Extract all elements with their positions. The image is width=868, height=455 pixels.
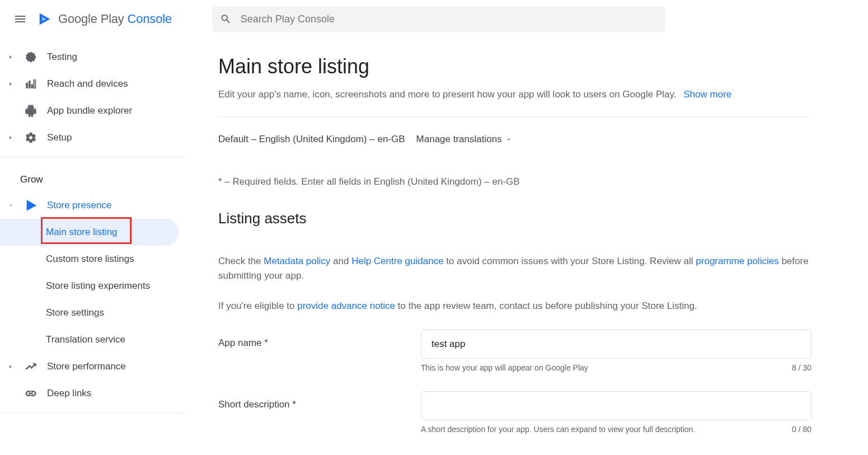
search-icon (220, 13, 232, 25)
target-icon (22, 51, 39, 63)
sidebar-label: Setup (47, 132, 72, 143)
sidebar-item-setup[interactable]: Setup (0, 124, 185, 151)
main-content: Main store listing Edit your app's name,… (185, 38, 834, 455)
section-title: Listing assets (218, 210, 811, 227)
menu-button[interactable] (7, 6, 34, 32)
app-name-helper: This is how your app will appear on Goog… (421, 363, 588, 372)
policy-paragraph: Check the Metadata policy and Help Centr… (218, 254, 811, 284)
svg-rect-4 (34, 80, 36, 88)
bars-icon (22, 78, 39, 90)
sidebar-sub-store-settings[interactable]: Store settings (0, 299, 185, 326)
sidebar-item-bundle[interactable]: App bundle explorer (0, 97, 185, 124)
svg-rect-3 (31, 85, 33, 88)
logo[interactable]: Google Play Console (37, 11, 172, 27)
help-centre-link[interactable]: Help Centre guidance (351, 256, 443, 266)
search-input[interactable] (241, 13, 658, 25)
sidebar-item-testing[interactable]: Testing (0, 44, 185, 71)
sidebar-sub-main-store-listing[interactable]: Main store listing (0, 219, 179, 246)
short-desc-helper: A short description for your app. Users … (421, 425, 695, 434)
app-name-label: App name * (218, 330, 421, 349)
programme-policies-link[interactable]: programme policies (696, 256, 778, 266)
logo-text: Google Play Console (58, 12, 172, 26)
chevron-down-icon (505, 136, 512, 143)
trending-icon (22, 360, 39, 373)
metadata-policy-link[interactable]: Metadata policy (264, 256, 330, 266)
short-desc-counter: 0 / 80 (792, 425, 811, 434)
page-title: Main store listing (218, 55, 811, 78)
sidebar-label: Testing (47, 51, 77, 63)
show-more-link[interactable]: Show more (683, 89, 731, 100)
sidebar-item-reach[interactable]: Reach and devices (0, 71, 185, 97)
android-icon (22, 105, 39, 117)
svg-rect-2 (29, 81, 30, 88)
app-name-input[interactable] (421, 330, 811, 359)
manage-translations-dropdown[interactable]: Manage translations (416, 134, 512, 145)
sidebar-sub-custom-listings[interactable]: Custom store listings (0, 246, 185, 273)
sidebar-item-store-performance[interactable]: Store performance (0, 353, 185, 380)
page-subtitle: Edit your app's name, icon, screenshots … (218, 87, 811, 102)
app-name-counter: 8 / 30 (792, 363, 811, 372)
sidebar-sub-translation[interactable]: Translation service (0, 326, 185, 353)
sidebar-label: Deep links (47, 388, 91, 399)
svg-rect-1 (26, 83, 28, 88)
sidebar-item-store-presence[interactable]: Store presence (0, 192, 185, 219)
search-bar[interactable] (212, 6, 665, 32)
advance-notice-link[interactable]: provide advance notice (297, 301, 395, 311)
required-note: * – Required fields. Enter all fields in… (218, 176, 811, 187)
sidebar: Testing Reach and devices App bundle exp… (0, 38, 185, 455)
sidebar-label: Store presence (47, 200, 111, 211)
gear-icon (22, 132, 39, 144)
short-desc-input[interactable] (421, 391, 811, 420)
advance-notice-paragraph: If you're eligible to provide advance no… (218, 299, 811, 313)
sidebar-item-deep-links[interactable]: Deep links (0, 380, 185, 407)
sidebar-section-grow: Grow (0, 163, 185, 192)
play-logo-icon (37, 11, 53, 27)
play-icon (22, 199, 39, 212)
sidebar-sub-experiments[interactable]: Store listing experiments (0, 273, 185, 299)
link-icon (22, 387, 39, 400)
sidebar-label: Store performance (47, 361, 126, 372)
sidebar-label: App bundle explorer (47, 105, 132, 116)
short-desc-label: Short description * (218, 391, 421, 410)
language-label: Default – English (United Kingdom) – en-… (218, 134, 405, 145)
sidebar-label: Reach and devices (47, 78, 128, 90)
